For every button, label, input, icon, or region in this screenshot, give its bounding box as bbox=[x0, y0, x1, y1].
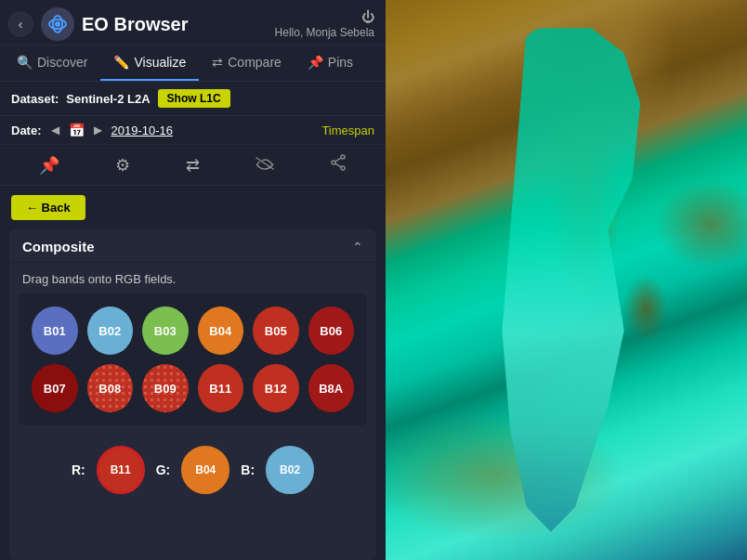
tab-visualize[interactable]: ✏️ Visualize bbox=[100, 46, 199, 81]
composite-section: Composite ⌃ Drag bands onto RGB fields. … bbox=[9, 229, 376, 560]
tab-compare-label: Compare bbox=[228, 55, 282, 70]
g-label: G: bbox=[156, 462, 171, 477]
pin-toolbar-icon[interactable]: 📌 bbox=[32, 153, 67, 177]
r-label: R: bbox=[72, 462, 85, 477]
toolbar-row: 📌 ⚙ ⇄ bbox=[0, 145, 386, 186]
band-b11[interactable]: B11 bbox=[198, 364, 244, 412]
date-row: Date: ◀ 📅 ▶ 2019-10-16 Timespan bbox=[0, 116, 386, 145]
sidebar: ‹ EO Browser ⏻ Hello, Monja Sebela 🔍 Dis… bbox=[0, 0, 386, 560]
drag-hint: Drag bands onto RGB fields. bbox=[9, 263, 376, 293]
b-band-selector[interactable]: B02 bbox=[266, 446, 314, 494]
b-label: B: bbox=[241, 462, 255, 477]
composite-title: Composite bbox=[22, 239, 95, 254]
app-title: EO Browser bbox=[82, 14, 188, 35]
swap-toolbar-icon[interactable]: ⇄ bbox=[178, 153, 207, 177]
tab-discover-label: Discover bbox=[37, 55, 87, 70]
band-b08[interactable]: B08 bbox=[87, 364, 134, 412]
date-label: Date: bbox=[11, 124, 42, 137]
band-b8a[interactable]: B8A bbox=[308, 364, 355, 412]
discover-icon: 🔍 bbox=[17, 55, 33, 70]
svg-line-6 bbox=[335, 158, 341, 162]
dataset-value: Sentinel-2 L2A bbox=[66, 92, 150, 106]
share-toolbar-icon[interactable] bbox=[322, 152, 354, 177]
r-band-selector[interactable]: B11 bbox=[97, 446, 145, 494]
tab-pins[interactable]: 📌 Pins bbox=[295, 46, 366, 81]
composite-header: Composite ⌃ bbox=[9, 229, 376, 263]
svg-point-2 bbox=[55, 21, 60, 27]
collapse-icon[interactable]: ⌃ bbox=[352, 240, 363, 254]
band-row-2: B07 B08 B09 B11 B12 B8A bbox=[32, 364, 354, 412]
pins-icon: 📌 bbox=[308, 55, 323, 70]
tab-pins-label: Pins bbox=[328, 55, 353, 70]
band-b02[interactable]: B02 bbox=[87, 306, 134, 355]
date-value[interactable]: 2019-10-16 bbox=[111, 124, 174, 137]
back-button[interactable]: ← Back bbox=[11, 195, 85, 220]
header-left: ‹ EO Browser bbox=[7, 7, 188, 41]
band-b01[interactable]: B01 bbox=[32, 306, 78, 355]
band-b09[interactable]: B09 bbox=[142, 364, 189, 412]
tab-visualize-label: Visualize bbox=[134, 55, 186, 70]
greeting-text: Hello, Monja Sebela bbox=[275, 26, 374, 39]
date-next-button[interactable]: ▶ bbox=[90, 122, 106, 138]
app-header: ‹ EO Browser ⏻ Hello, Monja Sebela bbox=[0, 0, 386, 46]
band-b05[interactable]: B05 bbox=[253, 306, 299, 355]
rgb-selector-row: R: B11 G: B04 B: B02 bbox=[9, 435, 376, 509]
svg-point-3 bbox=[341, 155, 345, 159]
svg-point-4 bbox=[341, 166, 345, 170]
calendar-icon[interactable]: 📅 bbox=[69, 123, 85, 137]
compare-icon: ⇄ bbox=[212, 55, 223, 70]
svg-line-7 bbox=[335, 163, 341, 167]
svg-point-5 bbox=[332, 161, 335, 164]
power-icon[interactable]: ⏻ bbox=[361, 9, 374, 24]
tab-discover[interactable]: 🔍 Discover bbox=[4, 46, 100, 81]
map-view[interactable] bbox=[386, 0, 747, 560]
eye-off-toolbar-icon[interactable] bbox=[248, 153, 282, 176]
back-btn-row: ← Back bbox=[0, 186, 386, 229]
band-row-1: B01 B02 B03 B04 B05 B06 bbox=[32, 306, 354, 355]
satellite-map bbox=[386, 0, 747, 560]
band-b04[interactable]: B04 bbox=[198, 306, 244, 355]
header-right: ⏻ Hello, Monja Sebela bbox=[275, 9, 374, 39]
band-b06[interactable]: B06 bbox=[308, 306, 355, 355]
nav-tabs: 🔍 Discover ✏️ Visualize ⇄ Compare 📌 Pins bbox=[0, 46, 386, 82]
show-l1c-button[interactable]: Show L1C bbox=[158, 89, 230, 108]
settings-toolbar-icon[interactable]: ⚙ bbox=[108, 153, 138, 177]
visualize-icon: ✏️ bbox=[113, 55, 129, 70]
band-b03[interactable]: B03 bbox=[142, 306, 189, 355]
band-grid: B01 B02 B03 B04 B05 B06 B07 B08 B09 B11 … bbox=[19, 293, 367, 425]
nav-back-button[interactable]: ‹ bbox=[7, 11, 33, 37]
timespan-link[interactable]: Timespan bbox=[321, 124, 374, 137]
band-b12[interactable]: B12 bbox=[253, 364, 299, 412]
tab-compare[interactable]: ⇄ Compare bbox=[199, 46, 295, 81]
date-prev-button[interactable]: ◀ bbox=[47, 122, 63, 138]
band-b07[interactable]: B07 bbox=[32, 364, 78, 412]
app-logo bbox=[41, 7, 74, 41]
g-band-selector[interactable]: B04 bbox=[181, 446, 229, 494]
dataset-row: Dataset: Sentinel-2 L2A Show L1C bbox=[0, 82, 386, 116]
dataset-label: Dataset: bbox=[11, 92, 59, 106]
